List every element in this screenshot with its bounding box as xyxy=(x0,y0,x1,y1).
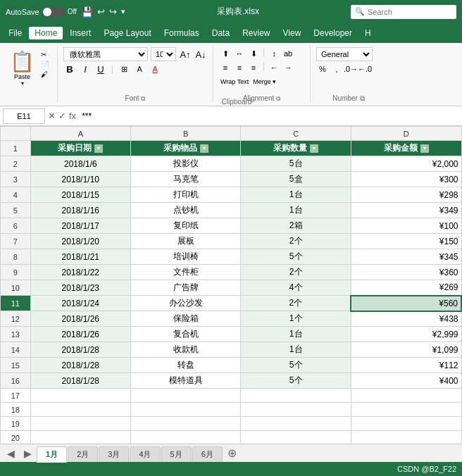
cell-date[interactable]: 2018/1/17 xyxy=(30,218,130,234)
row-num[interactable]: 10 xyxy=(1,280,31,296)
cell-date[interactable]: 2018/1/28 xyxy=(30,342,130,358)
cell-item[interactable]: 保险箱 xyxy=(130,311,241,327)
cell-date[interactable]: 2018/1/24 xyxy=(30,296,130,311)
menu-view[interactable]: View xyxy=(277,27,307,39)
menu-file[interactable]: File xyxy=(3,27,27,39)
col-header-a[interactable]: A xyxy=(30,127,130,141)
increase-decimal-button[interactable]: .0→ xyxy=(344,63,357,75)
cell-date[interactable]: 2018/1/23 xyxy=(30,280,130,296)
cell-date[interactable]: 2018/1/10 xyxy=(30,172,130,187)
align-center-button[interactable]: ≡ xyxy=(233,61,246,74)
col-header-d[interactable]: D xyxy=(351,127,461,141)
cell-qty[interactable]: 5盒 xyxy=(241,172,351,187)
row-num[interactable]: 18 xyxy=(1,403,31,417)
row-num[interactable]: 17 xyxy=(1,389,31,403)
align-top-button[interactable]: ⬆ xyxy=(219,47,232,60)
cell-qty[interactable]: 5台 xyxy=(241,156,351,172)
cell-price[interactable]: ¥560 xyxy=(351,296,461,311)
cell-date[interactable]: 2018/1/22 xyxy=(30,265,130,280)
formula-input[interactable] xyxy=(79,111,459,122)
menu-formulas[interactable]: Formulas xyxy=(158,27,205,39)
empty-cell[interactable] xyxy=(351,403,461,417)
confirm-formula-icon[interactable]: ✓ xyxy=(58,111,66,121)
cell-reference-input[interactable] xyxy=(3,108,45,124)
add-sheet-button[interactable]: ⊕ xyxy=(223,446,241,460)
percent-button[interactable]: % xyxy=(316,63,329,75)
cell-qty[interactable]: 2个 xyxy=(241,234,351,249)
empty-cell[interactable] xyxy=(30,403,130,417)
cell-date[interactable]: 2018/1/26 xyxy=(30,311,130,327)
orientation-button[interactable]: ab xyxy=(282,47,294,60)
cell-date[interactable]: 2018/1/28 xyxy=(30,358,130,373)
sheet-tab-2[interactable]: 2月 xyxy=(68,446,98,462)
cell-qty[interactable]: 4个 xyxy=(241,280,351,296)
empty-cell[interactable] xyxy=(241,389,351,403)
menu-page-layout[interactable]: Page Layout xyxy=(98,27,156,39)
cell-date[interactable]: 2018/1/21 xyxy=(30,249,130,265)
cell-item[interactable]: 展板 xyxy=(130,234,241,249)
cell-price[interactable]: ¥269 xyxy=(351,280,461,296)
cell-price[interactable]: ¥150 xyxy=(351,234,461,249)
sheet-tab-3[interactable]: 3月 xyxy=(99,446,129,462)
empty-cell[interactable] xyxy=(351,431,461,444)
cell-qty[interactable]: 2个 xyxy=(241,265,351,280)
save-icon[interactable]: 💾 xyxy=(81,6,93,18)
cell-item[interactable]: 办公沙发 xyxy=(130,296,241,311)
filter-btn-item[interactable]: ▾ xyxy=(200,144,208,153)
font-size-select[interactable]: 10 xyxy=(151,47,176,61)
header-qty[interactable]: 采购数量 ▾ xyxy=(241,141,351,156)
cell-item[interactable]: 马克笔 xyxy=(130,172,241,187)
sheet-tab-1[interactable]: 1月 xyxy=(37,446,67,463)
empty-cell[interactable] xyxy=(351,389,461,403)
cell-qty[interactable]: 1台 xyxy=(241,203,351,218)
insert-function-icon[interactable]: fx xyxy=(69,111,76,121)
cell-item[interactable]: 培训椅 xyxy=(130,249,241,265)
cell-qty[interactable]: 5个 xyxy=(241,358,351,373)
underline-button[interactable]: U xyxy=(94,63,107,75)
cell-price[interactable]: ¥2,000 xyxy=(351,156,461,172)
empty-cell[interactable] xyxy=(130,431,241,444)
row-num[interactable]: 12 xyxy=(1,311,31,327)
cell-qty[interactable]: 1台 xyxy=(241,342,351,358)
font-name-select[interactable]: 微软雅黑 xyxy=(63,47,148,61)
search-input[interactable] xyxy=(368,8,452,16)
cell-date[interactable]: 2018/1/28 xyxy=(30,373,130,389)
cell-qty[interactable]: 5个 xyxy=(241,373,351,389)
align-middle-button[interactable]: ↔ xyxy=(233,47,246,60)
row-num[interactable]: 5 xyxy=(1,203,31,218)
spreadsheet-wrapper[interactable]: A B C D 1 采购日期 ▾ 采购物品 ▾ xyxy=(0,126,462,444)
cell-item[interactable]: 投影仪 xyxy=(130,156,241,172)
col-header-b[interactable]: B xyxy=(130,127,241,141)
row-num[interactable]: 7 xyxy=(1,234,31,249)
row-num-1[interactable]: 1 xyxy=(1,141,31,156)
filter-btn-price[interactable]: ▾ xyxy=(420,144,429,153)
header-date[interactable]: 采购日期 ▾ xyxy=(30,141,130,156)
fill-color-button[interactable]: A xyxy=(133,63,146,75)
align-left-button[interactable]: ≡ xyxy=(219,61,232,74)
font-color-button[interactable]: A xyxy=(149,63,161,75)
cell-item[interactable]: 广告牌 xyxy=(130,280,241,296)
empty-cell[interactable] xyxy=(241,417,351,431)
italic-button[interactable]: I xyxy=(79,63,92,75)
empty-cell[interactable] xyxy=(30,431,130,444)
sheet-tab-4[interactable]: 4月 xyxy=(130,446,160,462)
row-num-selected[interactable]: 11 xyxy=(1,296,31,311)
header-price[interactable]: 采购金额 ▾ xyxy=(351,141,461,156)
cell-qty[interactable]: 2个 xyxy=(241,296,351,311)
empty-cell[interactable] xyxy=(130,403,241,417)
cell-price[interactable]: ¥1,099 xyxy=(351,342,461,358)
cell-price[interactable]: ¥360 xyxy=(351,265,461,280)
empty-cell[interactable] xyxy=(351,417,461,431)
filter-btn-date[interactable]: ▾ xyxy=(94,144,103,153)
align-right-button[interactable]: ≡ xyxy=(247,61,260,74)
decrease-font-icon[interactable]: A↓ xyxy=(194,48,207,61)
filter-btn-qty[interactable]: ▾ xyxy=(310,144,318,153)
empty-cell[interactable] xyxy=(30,417,130,431)
text-direction-button[interactable]: ↕ xyxy=(268,47,280,60)
col-header-c[interactable]: C xyxy=(241,127,351,141)
undo-icon[interactable]: ↩ xyxy=(97,6,105,17)
cell-price[interactable]: ¥400 xyxy=(351,373,461,389)
paste-button[interactable]: 📋 Paste ▾ xyxy=(6,47,39,89)
autosave-toggle[interactable]: AutoSave Off xyxy=(6,7,77,17)
row-num[interactable]: 19 xyxy=(1,417,31,431)
